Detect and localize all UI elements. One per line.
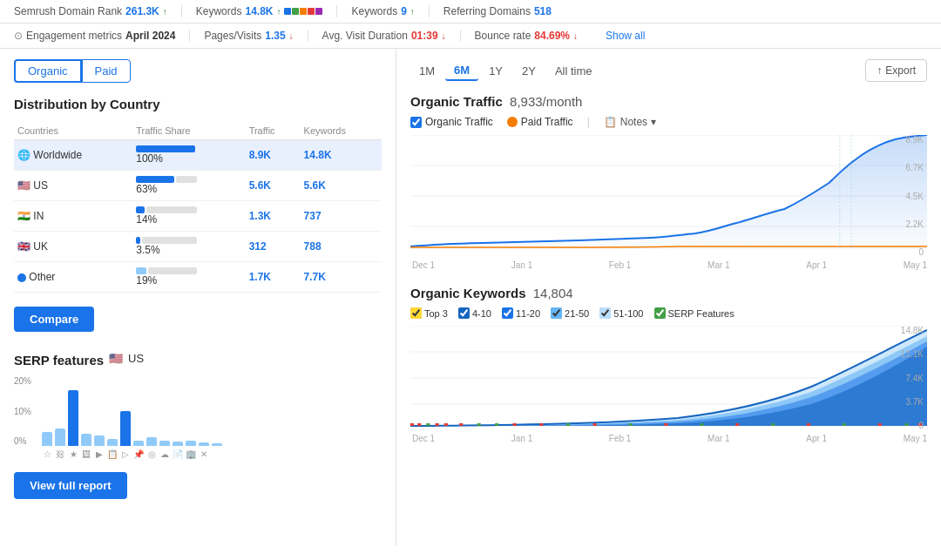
traffic-cell: 8.9K <box>246 140 301 171</box>
kw-serp: SERP Features <box>654 307 735 319</box>
table-row: 🇬🇧 UK 3.5% 312 788 <box>14 232 382 262</box>
serp-flag: 🇺🇸 <box>109 352 123 365</box>
pages-visits-label: Pages/Visits <box>204 30 261 42</box>
distribution-title: Distribution by Country <box>14 97 382 111</box>
time-1y[interactable]: 1Y <box>480 61 511 81</box>
notes-icon: 📋 <box>604 116 617 128</box>
tab-paid[interactable]: Paid <box>82 59 131 83</box>
serp-bar <box>173 442 183 446</box>
paid-dot <box>507 117 518 127</box>
keywords-value: 14.8K <box>245 5 273 17</box>
referring-domains-label: Referring Domains <box>443 5 531 17</box>
serp-bars <box>42 376 382 446</box>
top3-checkbox[interactable] <box>410 307 422 319</box>
kw-serp-checkbox[interactable] <box>654 307 666 319</box>
kw4-10-checkbox[interactable] <box>458 307 470 319</box>
kw11-20-checkbox[interactable] <box>502 307 513 319</box>
compare-button[interactable]: Compare <box>14 307 94 332</box>
svg-rect-25 <box>664 423 667 426</box>
view-full-report-button[interactable]: View full report <box>14 472 127 499</box>
tab-buttons: Organic Paid <box>14 59 382 83</box>
tab-organic[interactable]: Organic <box>14 59 82 83</box>
serp-header: SERP features 🇺🇸 US <box>14 349 382 368</box>
paid-legend-label: Paid Traffic <box>521 116 573 128</box>
country-table: Countries Traffic Share Traffic Keywords… <box>14 122 382 293</box>
col-countries: Countries <box>14 122 132 140</box>
country-name: 🇺🇸 US <box>14 171 132 201</box>
kw51-100-checkbox[interactable] <box>599 307 611 319</box>
bounce-arrow: ↓ <box>573 31 578 41</box>
organic-keywords-count: 14,804 <box>533 286 573 300</box>
keywords2-value: 9 <box>401 5 407 17</box>
bounce-item: Bounce rate 84.69% ↓ <box>461 30 592 42</box>
notes-button[interactable]: 📋 Notes ▾ <box>604 116 656 128</box>
time-all[interactable]: All time <box>546 61 601 81</box>
serp-title: SERP features <box>14 353 104 368</box>
avg-visit-arrow: ↓ <box>442 31 446 41</box>
serp-bar <box>212 443 222 446</box>
notes-label: Notes <box>620 116 647 128</box>
keywords-legend: Top 3 4-10 11-20 21-50 51-100 <box>410 307 927 319</box>
svg-rect-13 <box>417 423 421 426</box>
engagement-item: ⊙ Engagement metrics April 2024 <box>14 30 190 42</box>
serp-bar <box>107 439 118 446</box>
serp-bar <box>159 441 170 446</box>
show-all-link[interactable]: Show all <box>606 30 645 42</box>
domain-rank-item: Semrush Domain Rank 261.3K ↑ <box>14 5 182 17</box>
traffic-cell: 1.7K <box>246 262 301 293</box>
organic-y-labels: 8.9K 6.7K 4.5K 2.2K 0 <box>905 135 927 257</box>
time-2y[interactable]: 2Y <box>513 61 545 81</box>
time-6m[interactable]: 6M <box>445 61 478 81</box>
svg-rect-16 <box>444 423 448 426</box>
table-row: 🌐 Worldwide 100% 8.9K 14.8K <box>14 140 382 171</box>
serp-bar <box>81 434 91 446</box>
keywords-cell: 737 <box>301 201 382 232</box>
kw-4-10: 4-10 <box>458 307 491 319</box>
organic-traffic-count: 8,933/month <box>510 94 582 109</box>
kw21-50-checkbox[interactable] <box>551 307 562 319</box>
domain-rank-value: 261.3K <box>125 5 159 17</box>
referring-domains-value: 518 <box>534 5 552 17</box>
domain-rank-label: Semrush Domain Rank <box>14 5 122 17</box>
keywords-cell: 7.7K <box>301 262 382 293</box>
serp-bar <box>146 437 157 446</box>
svg-rect-26 <box>700 423 703 426</box>
second-bar: ⊙ Engagement metrics April 2024 Pages/Vi… <box>0 24 941 49</box>
serp-country: US <box>128 352 144 365</box>
svg-rect-27 <box>735 423 739 426</box>
keywords-chart-wrapper: 14.8K 11.1K 7.4K 3.7K 0 <box>410 326 927 443</box>
serp-bar <box>199 442 209 446</box>
svg-rect-17 <box>459 423 463 426</box>
traffic-cell: 312 <box>246 232 301 262</box>
organic-keywords-title: Organic Keywords 14,804 <box>410 286 927 300</box>
paid-legend-item: Paid Traffic <box>507 116 573 128</box>
keywords-cell: 5.6K <box>301 171 382 201</box>
svg-rect-31 <box>878 423 882 426</box>
serp-y-labels: 20% 10% 0% <box>14 376 31 446</box>
keywords-item: Keywords 14.8K ↑ <box>182 5 338 17</box>
organic-checkbox[interactable] <box>410 117 422 128</box>
serp-bar <box>133 441 144 446</box>
traffic-share-cell: 100% <box>132 140 245 171</box>
svg-rect-24 <box>628 423 632 426</box>
export-button[interactable]: ↑ Export <box>865 59 927 82</box>
time-1m[interactable]: 1M <box>410 61 443 81</box>
bounce-value: 84.69% <box>534 30 570 42</box>
serp-bar <box>94 435 105 446</box>
organic-chart-wrapper: 8.9K 6.7K 4.5K 2.2K 0 <box>410 135 927 270</box>
avg-visit-value: 01:39 <box>411 30 438 42</box>
organic-legend-label: Organic Traffic <box>425 116 493 128</box>
keywords-cell: 14.8K <box>301 140 382 171</box>
col-keywords: Keywords <box>301 122 382 140</box>
svg-rect-28 <box>771 423 775 426</box>
serp-chart: 20% 10% 0% ☆ ⛓ ★ 🖼 ▶ 📋 ▷ 📌 ◎ ☁ <box>14 376 382 463</box>
country-name: 🇬🇧 UK <box>14 232 132 262</box>
kw-21-50: 21-50 <box>551 307 589 319</box>
country-name: 🇮🇳 IN <box>14 201 132 232</box>
svg-rect-22 <box>566 423 570 426</box>
serp-icons-row: ☆ ⛓ ★ 🖼 ▶ 📋 ▷ 📌 ◎ ☁ 📄 🏢 ✕ <box>42 449 382 459</box>
organic-line-chart <box>410 135 927 257</box>
keywords-x-labels: Dec 1 Jan 1 Feb 1 Mar 1 Apr 1 May 1 <box>410 434 927 443</box>
keywords2-item: Keywords 9 ↑ <box>337 5 429 17</box>
svg-rect-19 <box>495 423 498 426</box>
